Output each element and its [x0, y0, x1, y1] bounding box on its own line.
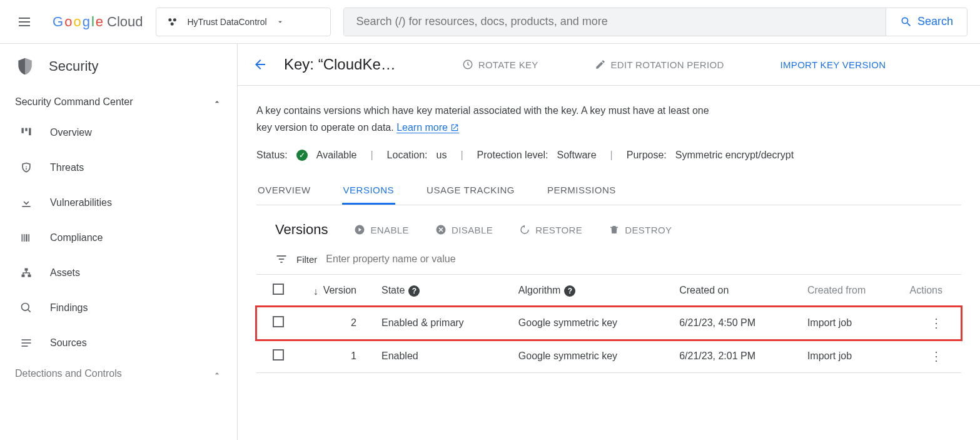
sidebar-item-vulnerabilities[interactable]: Vulnerabilities — [0, 185, 237, 220]
section-detections-controls[interactable]: Detections and Controls — [0, 361, 237, 387]
svg-point-0 — [168, 18, 171, 21]
sidebar: Security Security Command Center Overvie… — [0, 44, 238, 440]
help-icon[interactable]: ? — [564, 285, 575, 297]
col-state[interactable]: State? — [375, 275, 512, 307]
more-vert-icon[interactable]: ⋮ — [930, 316, 942, 330]
svg-rect-7 — [26, 168, 26, 170]
restore-icon — [519, 224, 530, 235]
play-circle-icon — [354, 224, 365, 235]
col-created[interactable]: Created on — [673, 275, 801, 307]
download-icon — [19, 195, 34, 210]
svg-rect-13 — [22, 275, 25, 277]
cancel-circle-icon — [435, 224, 447, 235]
sidebar-item-findings[interactable]: Findings — [0, 290, 237, 325]
pencil-icon — [595, 59, 606, 70]
project-picker[interactable]: HyTrust DataControl — [156, 8, 331, 36]
filter-label: Filter — [296, 254, 317, 265]
cell-version: 1 — [300, 340, 375, 373]
sidebar-item-assets[interactable]: Assets — [0, 255, 237, 290]
col-from[interactable]: Created from — [801, 275, 904, 307]
svg-rect-10 — [26, 234, 28, 242]
cell-created: 6/21/23, 2:01 PM — [673, 340, 801, 373]
cell-from: Import job — [801, 307, 904, 340]
rotate-key-button[interactable]: ROTATE KEY — [460, 55, 541, 74]
table-row[interactable]: 2Enabled & primaryGoogle symmetric key6/… — [256, 307, 961, 340]
svg-rect-4 — [25, 128, 27, 131]
filter-input[interactable] — [326, 253, 942, 265]
search-button[interactable]: Search — [886, 8, 967, 36]
col-version[interactable]: ↓Version — [300, 275, 375, 307]
external-link-icon — [450, 123, 459, 132]
trash-icon — [609, 224, 620, 235]
svg-rect-18 — [22, 345, 28, 347]
svg-rect-3 — [22, 128, 24, 133]
top-bar: Google Cloud HyTrust DataControl Search — [0, 0, 980, 44]
chevron-down-icon — [276, 18, 285, 26]
shield-outline-icon — [19, 160, 34, 175]
row-checkbox[interactable] — [273, 349, 284, 361]
cell-from: Import job — [801, 340, 904, 373]
svg-rect-5 — [29, 128, 31, 136]
edit-rotation-button[interactable]: EDIT ROTATION PERIOD — [592, 55, 727, 74]
svg-rect-17 — [22, 342, 31, 344]
svg-rect-12 — [25, 269, 28, 271]
page-header: Key: “CloudKe… ROTATE KEY EDIT ROTATION … — [238, 44, 980, 86]
check-circle-icon: ✓ — [296, 150, 308, 161]
destroy-button[interactable]: DESTROY — [609, 224, 672, 235]
hex-icon — [166, 16, 179, 28]
cell-created: 6/21/23, 4:50 PM — [673, 307, 801, 340]
main-content: Key: “CloudKe… ROTATE KEY EDIT ROTATION … — [238, 44, 980, 440]
key-description: A key contains versions which have key m… — [256, 102, 719, 136]
col-algorithm[interactable]: Algorithm? — [512, 275, 673, 307]
back-arrow-icon[interactable] — [253, 57, 268, 72]
enable-button[interactable]: ENABLE — [354, 224, 409, 235]
tabs: OVERVIEW VERSIONS USAGE TRACKING PERMISS… — [256, 177, 961, 205]
svg-rect-16 — [22, 339, 31, 340]
cell-algorithm: Google symmetric key — [512, 340, 673, 373]
svg-rect-8 — [22, 234, 23, 242]
sidebar-item-threats[interactable]: Threats — [0, 150, 237, 185]
sidebar-item-overview[interactable]: Overview — [0, 115, 237, 150]
cell-state: Enabled & primary — [375, 307, 512, 340]
svg-point-15 — [22, 304, 29, 311]
versions-heading: Versions — [275, 222, 328, 238]
disable-button[interactable]: DISABLE — [435, 224, 493, 235]
restore-button[interactable]: RESTORE — [519, 224, 582, 235]
tab-usage-tracking[interactable]: USAGE TRACKING — [425, 177, 516, 205]
tab-versions[interactable]: VERSIONS — [342, 177, 396, 205]
sidebar-item-compliance[interactable]: Compliance — [0, 220, 237, 255]
svg-point-2 — [170, 22, 173, 25]
google-cloud-logo[interactable]: Google Cloud — [53, 14, 143, 30]
barcode-icon — [19, 230, 34, 245]
svg-point-6 — [26, 166, 27, 168]
project-name: HyTrust DataControl — [188, 17, 267, 27]
help-icon[interactable]: ? — [408, 285, 420, 297]
cell-version: 2 — [300, 307, 375, 340]
tab-permissions[interactable]: PERMISSIONS — [546, 177, 617, 205]
sidebar-item-sources[interactable]: Sources — [0, 325, 237, 361]
chevron-up-icon — [212, 97, 222, 107]
search-input[interactable] — [344, 8, 886, 36]
tab-overview[interactable]: OVERVIEW — [256, 177, 312, 205]
versions-table: ↓Version State? Algorithm? Created on Cr… — [256, 274, 961, 373]
table-row[interactable]: 1EnabledGoogle symmetric key6/21/23, 2:0… — [256, 340, 961, 373]
globe-search-icon — [19, 300, 34, 315]
filter-row: Filter — [256, 244, 961, 274]
sitemap-icon — [19, 265, 34, 280]
learn-more-link[interactable]: Learn more — [397, 122, 459, 133]
search-bar: Search — [343, 8, 968, 36]
row-checkbox[interactable] — [273, 316, 284, 327]
col-actions: Actions — [904, 275, 961, 307]
sidebar-header: Security — [0, 44, 237, 89]
section-security-command-center[interactable]: Security Command Center — [0, 89, 237, 115]
sidebar-title: Security — [49, 58, 98, 74]
svg-point-1 — [173, 18, 176, 21]
filter-icon[interactable] — [275, 253, 288, 265]
select-all-checkbox[interactable] — [273, 284, 284, 295]
shield-icon — [15, 56, 35, 76]
hamburger-menu-icon[interactable] — [13, 8, 40, 36]
more-vert-icon[interactable]: ⋮ — [930, 349, 942, 363]
cell-state: Enabled — [375, 340, 512, 373]
key-meta: Status: ✓ Available | Location:us | Prot… — [256, 150, 961, 161]
import-key-button[interactable]: IMPORT KEY VERSION — [778, 56, 889, 74]
